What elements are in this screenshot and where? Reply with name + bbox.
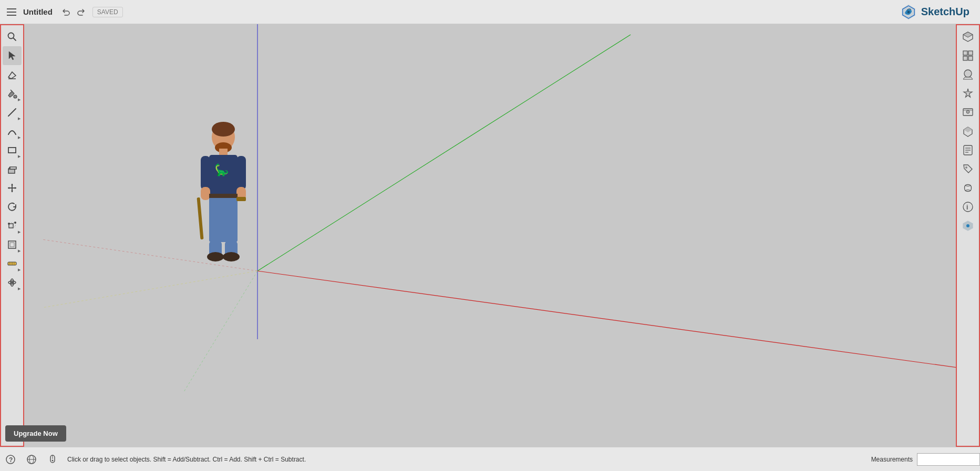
svg-line-27	[14, 38, 16, 41]
human-figure: 🦕	[194, 121, 252, 268]
svg-rect-19	[209, 195, 238, 242]
svg-rect-52	[963, 51, 967, 55]
help-button[interactable]: ?	[1, 450, 20, 469]
status-text: Click or drag to select objects. Shift =…	[67, 456, 871, 463]
materials-button[interactable]	[958, 65, 977, 84]
solid-tools-button[interactable]	[958, 122, 977, 141]
svg-rect-55	[968, 56, 973, 60]
svg-rect-32	[8, 148, 16, 153]
sketchup-logo-text: SketchUp	[921, 6, 969, 18]
app-title: Untitled	[23, 7, 53, 16]
svg-line-7	[184, 271, 257, 392]
svg-point-75	[52, 459, 54, 461]
offset-tool-button[interactable]: ▶	[3, 235, 22, 254]
sketchup-logo-icon	[900, 4, 917, 20]
upgrade-now-button[interactable]: Upgrade Now	[5, 425, 66, 442]
redo-button[interactable]	[74, 5, 88, 19]
svg-point-56	[964, 70, 972, 77]
saved-badge: SAVED	[92, 7, 123, 17]
svg-text:i: i	[966, 204, 968, 211]
sketchup-panel-button[interactable]	[958, 216, 977, 235]
push-pull-tool-button[interactable]	[3, 160, 22, 179]
mouse-button[interactable]	[43, 450, 62, 469]
svg-point-9	[212, 122, 235, 137]
viewport[interactable]: 🦕	[0, 24, 980, 447]
rotate-tool-button[interactable]	[3, 197, 22, 216]
svg-point-24	[223, 252, 240, 261]
svg-point-51	[11, 281, 13, 284]
svg-rect-15	[201, 187, 210, 200]
svg-rect-44	[8, 262, 16, 265]
rectangle-tool-button[interactable]: ▶	[3, 141, 22, 160]
undo-button[interactable]	[59, 5, 74, 19]
bottom-bar: ? Click or drag to select objects. Shift…	[0, 447, 980, 471]
paint-bucket-tool-button[interactable]: ▶	[3, 84, 22, 103]
line-tool-button[interactable]: ▶	[3, 103, 22, 122]
svg-text:?: ?	[9, 456, 13, 464]
svg-rect-20	[209, 194, 238, 198]
svg-rect-25	[236, 197, 246, 201]
measurements-label: Measurements	[871, 456, 913, 463]
svg-point-41	[14, 222, 16, 224]
axis-lines	[0, 24, 980, 447]
arc-tool-button[interactable]: ▶	[3, 122, 22, 141]
3d-warehouse-button[interactable]	[958, 27, 977, 46]
right-toolbar: i	[956, 24, 980, 447]
svg-line-3	[257, 35, 631, 271]
components-button[interactable]	[958, 46, 977, 65]
select-tool-button[interactable]	[3, 46, 22, 65]
svg-point-29	[14, 95, 17, 98]
svg-line-6	[42, 271, 257, 308]
sketchup-logo: SketchUp	[900, 4, 969, 20]
tape-measure-tool-button[interactable]: ▶	[3, 254, 22, 273]
svg-rect-42	[8, 241, 16, 248]
left-toolbar: ▶ ▶ ▶ ▶	[0, 24, 24, 447]
outliner-button[interactable]	[958, 179, 977, 197]
styles-button[interactable]	[958, 84, 977, 103]
svg-rect-33	[8, 169, 15, 173]
svg-rect-18	[197, 197, 204, 239]
svg-point-58	[966, 110, 969, 113]
svg-point-1	[907, 11, 910, 13]
svg-text:🦕: 🦕	[214, 163, 229, 177]
hamburger-icon	[7, 8, 16, 16]
scenes-button[interactable]	[958, 103, 977, 122]
move-tool-button[interactable]	[3, 179, 22, 197]
eraser-tool-button[interactable]	[3, 65, 22, 84]
svg-rect-54	[963, 56, 967, 60]
hamburger-menu-button[interactable]	[0, 0, 23, 24]
svg-rect-53	[968, 51, 973, 55]
svg-rect-11	[219, 149, 228, 155]
scale-tool-button[interactable]: ▶	[3, 216, 22, 235]
svg-point-64	[965, 166, 967, 169]
orbit-tool-button[interactable]: ▶	[3, 273, 22, 292]
svg-line-30	[11, 90, 12, 91]
entity-info-button[interactable]	[958, 141, 977, 160]
header: Untitled SAVED SketchUp	[0, 0, 980, 24]
svg-point-26	[8, 33, 14, 39]
svg-line-4	[257, 271, 980, 371]
svg-rect-43	[10, 243, 14, 247]
measurements-input[interactable]	[917, 453, 980, 466]
svg-point-40	[8, 223, 10, 225]
web-button[interactable]	[22, 450, 41, 469]
svg-point-67	[966, 224, 969, 227]
svg-rect-34	[10, 167, 16, 169]
tags-button[interactable]	[958, 160, 977, 179]
svg-rect-14	[201, 156, 210, 190]
svg-line-31	[8, 109, 16, 116]
instructor-button[interactable]: i	[958, 197, 977, 216]
svg-point-23	[207, 252, 224, 261]
svg-rect-16	[236, 156, 246, 190]
search-tool-button[interactable]	[3, 27, 22, 46]
